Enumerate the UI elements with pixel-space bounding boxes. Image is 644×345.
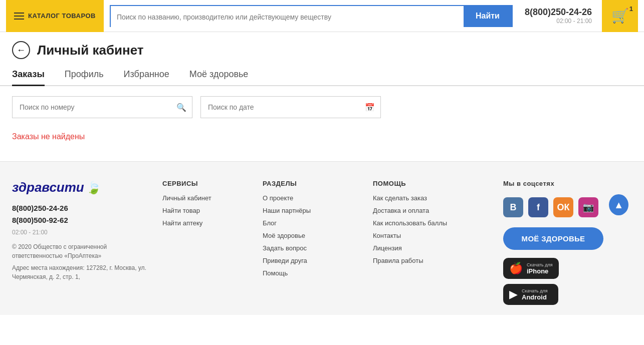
date-filter-wrap: 📅 [200, 96, 381, 118]
footer-link-findpharmacy[interactable]: Найти аптеку [162, 219, 253, 227]
footer-link-contacts[interactable]: Контакты [373, 232, 493, 239]
footer-link-referral[interactable]: Приведи друга [263, 257, 363, 264]
tab-health[interactable]: Моё здоровье [189, 65, 249, 86]
footer-phone2: 8(800)500-92-62 [12, 214, 152, 226]
number-filter-wrap: 🔍 [12, 96, 192, 118]
footer-link-delivery[interactable]: Доставка и оплата [373, 207, 493, 214]
tab-favorites[interactable]: Избранное [124, 65, 169, 86]
ios-sub: Скачать для [527, 262, 553, 267]
footer-link-cabinet[interactable]: Личный кабинет [162, 194, 253, 202]
footer-services-title: СЕРВИСЫ [162, 180, 253, 187]
footer-phone1: 8(800)250-24-26 [12, 202, 152, 214]
site-footer: здравсити 🍃 8(800)250-24-26 8(800)500-92… [0, 161, 644, 315]
vk-icon[interactable]: В [503, 197, 523, 217]
catalog-button[interactable]: КАТАЛОГ ТОВАРОВ [6, 0, 104, 32]
phone-info: 8(800)250-24-26 02:00 - 21:00 [525, 7, 592, 25]
logo-text: здравсити [12, 180, 84, 195]
footer-col-sections: РАЗДЕЛЫ О проекте Наши партнёры Блог Моё… [263, 180, 363, 305]
cart-badge: 1 [629, 5, 633, 13]
footer-link-myhealth[interactable]: Моё здоровье [263, 232, 363, 239]
footer-link-howorder[interactable]: Как сделать заказ [373, 194, 493, 202]
android-name: Android [522, 293, 548, 301]
tabs-nav: Заказы Профиль Избранное Моё здоровье [0, 65, 644, 86]
search-bar: Найти [110, 5, 513, 27]
footer-phones: 8(800)250-24-26 8(800)500-92-62 02:00 - … [12, 202, 152, 237]
tab-profile[interactable]: Профиль [65, 65, 104, 86]
footer-col-brand: здравсити 🍃 8(800)250-24-26 8(800)500-92… [12, 180, 152, 305]
number-search-input[interactable] [12, 96, 192, 118]
filters-section: 🔍 📅 [0, 86, 644, 128]
cart-button[interactable]: 🛒 1 [602, 0, 638, 32]
logo-leaf-icon: 🍃 [86, 181, 101, 195]
page-header: ← Личный кабинет [0, 32, 644, 65]
footer-link-about[interactable]: О проекте [263, 194, 363, 202]
footer-link-points[interactable]: Как использовать баллы [373, 219, 493, 227]
facebook-icon[interactable]: f [528, 197, 548, 217]
catalog-label: КАТАЛОГ ТОВАРОВ [28, 12, 96, 20]
cart-icon: 🛒 [611, 8, 629, 24]
back-button[interactable]: ← [12, 41, 30, 59]
social-icons: В f ОК 📷 [503, 197, 609, 217]
footer-link-rules[interactable]: Правила работы [373, 257, 493, 264]
footer-col-help: ПОМОЩЬ Как сделать заказ Доставка и опла… [373, 180, 493, 305]
footer-help-title: ПОМОЩЬ [373, 180, 493, 187]
android-app-button[interactable]: ▶ Скачать для Android [503, 284, 558, 305]
footer-logo: здравсити 🍃 [12, 180, 152, 195]
tab-orders[interactable]: Заказы [12, 65, 45, 86]
footer-link-findproduct[interactable]: Найти товар [162, 207, 253, 214]
phone-number: 8(800)250-24-26 [525, 7, 592, 18]
apple-icon: 🍎 [509, 262, 523, 275]
search-input[interactable] [111, 6, 464, 28]
footer-link-partners[interactable]: Наши партнёры [263, 207, 363, 214]
footer-link-question[interactable]: Задать вопрос [263, 244, 363, 252]
footer-col-social: Мы в соцсетях В f ОК 📷 МОЁ ЗДОРОВЬЕ 🍎 [503, 180, 628, 305]
instagram-icon[interactable]: 📷 [578, 197, 598, 217]
footer-link-help[interactable]: Помощь [263, 269, 363, 277]
footer-sections-title: РАЗДЕЛЫ [263, 180, 363, 187]
phone-hours: 02:00 - 21:00 [525, 18, 592, 25]
search-button[interactable]: Найти [464, 6, 512, 26]
ios-name: iPhone [527, 267, 553, 275]
scroll-top-button[interactable]: ▲ [609, 194, 628, 215]
android-icon: ▶ [509, 288, 518, 301]
app-buttons: 🍎 Скачать для iPhone ▶ Скачать для Andro… [503, 258, 609, 305]
footer-link-license[interactable]: Лицензия [373, 244, 493, 252]
search-icon: 🔍 [176, 103, 186, 112]
page-title: Личный кабинет [37, 43, 144, 58]
android-sub: Скачать для [522, 288, 548, 293]
hamburger-icon [14, 13, 24, 20]
orders-empty-message: Заказы не найдены [0, 128, 644, 161]
footer-address: Адрес места нахождения: 127282, г. Москв… [12, 263, 152, 281]
footer-copyright: © 2020 Общество с ограниченной ответстве… [12, 242, 152, 260]
odnoklassniki-icon[interactable]: ОК [553, 197, 573, 217]
footer-col-services: СЕРВИСЫ Личный кабинет Найти товар Найти… [162, 180, 253, 305]
back-icon: ← [17, 45, 26, 56]
ios-app-button[interactable]: 🍎 Скачать для iPhone [503, 258, 559, 279]
footer-hours: 02:00 - 21:00 [12, 229, 48, 236]
footer-social-title: Мы в соцсетях [503, 180, 628, 187]
calendar-icon: 📅 [365, 103, 375, 112]
footer-link-blog[interactable]: Блог [263, 219, 363, 227]
moyo-health-button[interactable]: МОЁ ЗДОРОВЬЕ [503, 227, 603, 250]
site-header: КАТАЛОГ ТОВАРОВ Найти 8(800)250-24-26 02… [0, 0, 644, 32]
date-search-input[interactable] [200, 96, 381, 118]
